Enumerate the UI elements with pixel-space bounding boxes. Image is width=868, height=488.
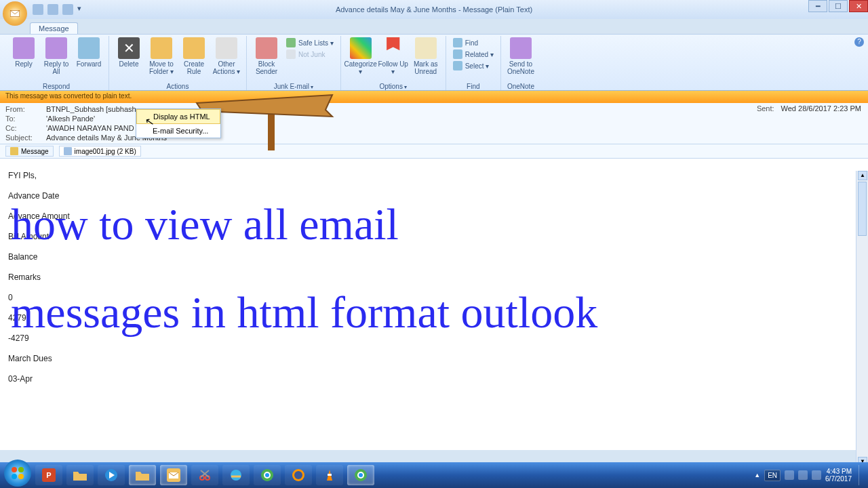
from-label: From: bbox=[5, 105, 46, 113]
scroll-up-icon[interactable]: ▲ bbox=[858, 171, 867, 180]
body-line: 03-Apr bbox=[8, 369, 860, 389]
follow-up-button[interactable]: Follow Up ▾ bbox=[378, 36, 409, 75]
taskbar-snipping[interactable] bbox=[191, 465, 218, 485]
message-icon bbox=[10, 147, 18, 155]
message-header: Sent:Wed 28/6/2017 2:23 PM From:BTNPL_Su… bbox=[0, 103, 868, 144]
tab-message[interactable]: Message bbox=[30, 22, 78, 34]
svg-point-12 bbox=[231, 470, 241, 481]
svg-text:P: P bbox=[46, 471, 51, 479]
title-bar: ▾ Advance details May & June Months - Me… bbox=[0, 0, 868, 19]
svg-point-21 bbox=[359, 473, 363, 477]
svg-point-4 bbox=[18, 474, 24, 479]
body-line: Advance Date bbox=[8, 186, 860, 206]
windows-logo-icon bbox=[11, 466, 24, 480]
taskbar-explorer-active[interactable] bbox=[129, 465, 156, 485]
body-line: 0 bbox=[8, 287, 860, 308]
maximize-button[interactable]: ☐ bbox=[829, 0, 848, 12]
taskbar-ie[interactable] bbox=[222, 465, 250, 485]
taskbar-chrome2[interactable] bbox=[347, 465, 374, 485]
clock[interactable]: 4:43 PM6/7/2017 bbox=[825, 468, 854, 483]
close-button[interactable]: ✕ bbox=[849, 0, 868, 12]
body-line: -4279 bbox=[8, 328, 860, 348]
mark-unread-button[interactable]: Mark as Unread bbox=[410, 36, 441, 75]
body-line: Remarks bbox=[8, 267, 860, 287]
powerpoint-icon: P bbox=[42, 468, 56, 482]
other-actions-button[interactable]: Other Actions ▾ bbox=[211, 36, 242, 75]
sent-field: Sent:Wed 28/6/2017 2:23 PM bbox=[757, 104, 861, 113]
firefox-icon bbox=[292, 468, 305, 482]
image-icon bbox=[64, 147, 72, 155]
attachment-bar: Message image001.jpg (2 KB) bbox=[0, 144, 868, 159]
chrome-icon bbox=[260, 468, 274, 482]
qat-more-icon[interactable]: ▾ bbox=[77, 4, 84, 15]
folder-icon bbox=[73, 469, 87, 481]
message-tab[interactable]: Message bbox=[5, 146, 54, 157]
qat-undo-icon[interactable] bbox=[47, 4, 58, 15]
svg-point-17 bbox=[294, 471, 302, 479]
cc-label: Cc: bbox=[5, 124, 46, 132]
tray-volume-icon[interactable] bbox=[812, 470, 821, 480]
categorize-button[interactable]: Categorize ▾ bbox=[345, 36, 376, 75]
taskbar-vlc[interactable] bbox=[316, 465, 343, 485]
taskbar-mediaplayer[interactable] bbox=[98, 465, 125, 485]
tray-show-hidden-icon[interactable]: ▲ bbox=[754, 472, 760, 479]
delete-button[interactable]: ✕Delete bbox=[113, 36, 144, 68]
chrome-icon bbox=[354, 468, 368, 482]
start-button[interactable] bbox=[4, 460, 31, 487]
system-tray: ▲ EN 4:43 PM6/7/2017 bbox=[754, 465, 864, 485]
body-line: Bill Amount bbox=[8, 226, 860, 247]
window-buttons: ━ ☐ ✕ bbox=[807, 0, 868, 12]
tray-icon[interactable] bbox=[785, 470, 794, 480]
select-button[interactable]: Select ▾ bbox=[450, 60, 496, 71]
body-line: 4279 bbox=[8, 308, 860, 328]
safe-lists-button[interactable]: Safe Lists ▾ bbox=[283, 37, 336, 48]
move-to-folder-button[interactable]: Move to Folder ▾ bbox=[146, 36, 177, 75]
taskbar-firefox[interactable] bbox=[285, 465, 312, 485]
taskbar-explorer[interactable] bbox=[66, 465, 94, 485]
qat-redo-icon[interactable] bbox=[62, 4, 73, 15]
vertical-scrollbar[interactable]: ▲ ▼ bbox=[856, 171, 868, 466]
scissors-icon bbox=[198, 468, 212, 482]
office-orb-button[interactable] bbox=[3, 1, 27, 26]
group-onenote: Send to OneNote OneNote bbox=[501, 36, 540, 90]
taskbar-chrome1[interactable] bbox=[254, 465, 281, 485]
plain-text-info-bar[interactable]: This message was converted to plain text… bbox=[0, 91, 868, 103]
tray-network-icon[interactable] bbox=[798, 470, 808, 480]
language-indicator[interactable]: EN bbox=[764, 470, 781, 481]
subject-label: Subject: bbox=[5, 134, 46, 142]
ribbon: ? Reply Reply to All Forward Respond ✕De… bbox=[0, 34, 868, 91]
taskbar-outlook[interactable] bbox=[160, 465, 187, 485]
related-button[interactable]: Related ▾ bbox=[450, 49, 496, 60]
show-desktop-button[interactable] bbox=[859, 465, 864, 485]
body-line: Balance bbox=[8, 247, 860, 267]
block-sender-button[interactable]: Block Sender bbox=[251, 36, 282, 75]
envelope-icon bbox=[9, 7, 21, 20]
find-button[interactable]: Find bbox=[450, 37, 496, 48]
body-line: FYI Pls, bbox=[8, 165, 860, 186]
outlook-icon bbox=[167, 468, 180, 482]
body-line: March Dues bbox=[8, 348, 860, 369]
svg-point-3 bbox=[12, 474, 17, 479]
forward-button[interactable]: Forward bbox=[73, 36, 104, 68]
taskbar-powerpoint[interactable]: P bbox=[35, 465, 62, 485]
folder-icon bbox=[135, 469, 150, 481]
svg-point-15 bbox=[265, 473, 269, 477]
reply-all-button[interactable]: Reply to All bbox=[41, 36, 72, 75]
scroll-thumb[interactable] bbox=[858, 182, 867, 236]
ie-icon bbox=[229, 468, 243, 482]
group-junk: Block Sender Safe Lists ▾ Not Junk Junk … bbox=[247, 36, 341, 90]
message-body[interactable]: FYI Pls, Advance Date Advance Amount Bil… bbox=[0, 159, 868, 450]
body-line: Advance Amount bbox=[8, 206, 860, 226]
attachment-item[interactable]: image001.jpg (2 KB) bbox=[59, 146, 141, 157]
send-to-onenote-button[interactable]: Send to OneNote bbox=[505, 36, 536, 75]
qat-save-icon[interactable] bbox=[33, 4, 43, 15]
group-find: Find Related ▾ Select ▾ Find bbox=[446, 36, 501, 90]
not-junk-button: Not Junk bbox=[283, 49, 336, 60]
svg-point-2 bbox=[18, 467, 24, 472]
media-icon bbox=[104, 468, 118, 482]
create-rule-button[interactable]: Create Rule bbox=[178, 36, 210, 75]
minimize-button[interactable]: ━ bbox=[808, 0, 827, 12]
reply-button[interactable]: Reply bbox=[8, 36, 39, 68]
help-icon[interactable]: ? bbox=[854, 37, 864, 47]
group-respond: Reply Reply to All Forward Respond bbox=[4, 36, 109, 90]
